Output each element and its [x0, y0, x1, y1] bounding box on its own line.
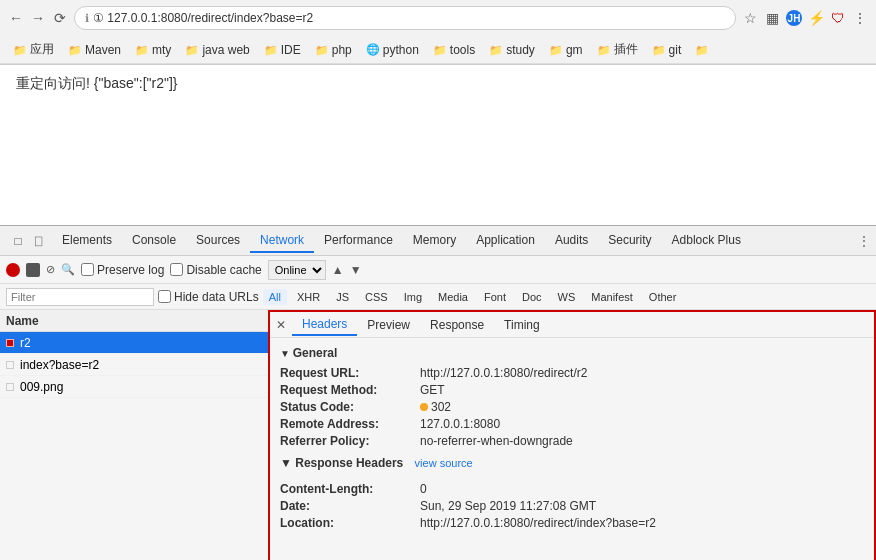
- forward-button[interactable]: →: [30, 10, 46, 26]
- export-har-button[interactable]: ▼: [350, 263, 362, 277]
- bookmark-star[interactable]: ☆: [742, 10, 758, 26]
- tab-adblock-plus[interactable]: Adblock Plus: [662, 229, 751, 253]
- ide-folder-icon: [264, 43, 278, 57]
- filter-other-button[interactable]: Other: [643, 289, 683, 305]
- bookmark-php[interactable]: php: [310, 41, 357, 59]
- extension1-icon[interactable]: ⚡: [808, 10, 824, 26]
- qr-icon[interactable]: ▦: [764, 10, 780, 26]
- filter-img-button[interactable]: Img: [398, 289, 428, 305]
- request-method-row: Request Method: GET: [280, 383, 864, 397]
- bookmark-java-web[interactable]: java web: [180, 41, 254, 59]
- request-url-label: Request URL:: [280, 366, 420, 380]
- date-row: Date: Sun, 29 Sep 2019 11:27:08 GMT: [280, 499, 864, 513]
- url-text: ① 127.0.0.1:8080/redirect/index?base=r2: [93, 11, 313, 25]
- disable-cache-label[interactable]: Disable cache: [170, 263, 261, 277]
- more-folder-icon: [695, 43, 709, 57]
- network-item-png[interactable]: 009.png: [0, 376, 268, 398]
- bookmark-label: tools: [450, 43, 475, 57]
- device-toolbar-icon[interactable]: ⎕: [30, 233, 46, 249]
- back-button[interactable]: ←: [8, 10, 24, 26]
- clear-button[interactable]: [26, 263, 40, 277]
- network-item-r2[interactable]: r2: [0, 332, 268, 354]
- filter-icon[interactable]: ⊘: [46, 263, 55, 276]
- bookmark-label: mty: [152, 43, 171, 57]
- filter-all-button[interactable]: All: [263, 289, 287, 305]
- status-dot: [420, 403, 428, 411]
- referrer-policy-label: Referrer Policy:: [280, 434, 420, 448]
- tab-sources[interactable]: Sources: [186, 229, 250, 253]
- mty-folder-icon: [135, 43, 149, 57]
- bookmark-gm[interactable]: gm: [544, 41, 588, 59]
- filter-js-button[interactable]: JS: [330, 289, 355, 305]
- extension2-icon[interactable]: 🛡: [830, 10, 846, 26]
- preserve-log-checkbox[interactable]: [81, 263, 94, 276]
- status-code-row: Status Code: 302: [280, 400, 864, 414]
- record-button[interactable]: [6, 263, 20, 277]
- page-text: 重定向访问! {"base":["r2"]}: [16, 75, 178, 93]
- status-code-label: Status Code:: [280, 400, 420, 414]
- tab-memory[interactable]: Memory: [403, 229, 466, 253]
- remote-address-label: Remote Address:: [280, 417, 420, 431]
- filter-doc-button[interactable]: Doc: [516, 289, 548, 305]
- tab-performance[interactable]: Performance: [314, 229, 403, 253]
- status-code-value: 302: [420, 400, 451, 414]
- network-item-index[interactable]: index?base=r2: [0, 354, 268, 376]
- bookmark-python[interactable]: 🌐 python: [361, 41, 424, 59]
- bookmark-apps[interactable]: 应用: [8, 39, 59, 60]
- content-length-value: 0: [420, 482, 427, 496]
- network-list-header: Name: [0, 310, 268, 332]
- item-name-r2: r2: [20, 336, 31, 350]
- bookmark-study[interactable]: study: [484, 41, 540, 59]
- throttle-select[interactable]: Online: [268, 260, 326, 280]
- tab-network[interactable]: Network: [250, 229, 314, 253]
- git-folder-icon: [652, 43, 666, 57]
- disable-cache-checkbox[interactable]: [170, 263, 183, 276]
- hide-data-urls-text: Hide data URLs: [174, 290, 259, 304]
- bookmark-git[interactable]: git: [647, 41, 687, 59]
- filter-media-button[interactable]: Media: [432, 289, 474, 305]
- filter-input[interactable]: [6, 288, 154, 306]
- hide-data-urls-label[interactable]: Hide data URLs: [158, 290, 259, 304]
- detail-tab-headers[interactable]: Headers: [292, 314, 357, 336]
- bookmark-tools[interactable]: tools: [428, 41, 480, 59]
- filter-css-button[interactable]: CSS: [359, 289, 394, 305]
- filter-manifest-button[interactable]: Manifest: [585, 289, 639, 305]
- settings-icon[interactable]: ⋮: [852, 10, 868, 26]
- bookmark-label: gm: [566, 43, 583, 57]
- network-list: Name r2 index?base=r2 009.png: [0, 310, 270, 560]
- date-value: Sun, 29 Sep 2019 11:27:08 GMT: [420, 499, 596, 513]
- detail-tab-preview[interactable]: Preview: [357, 315, 420, 335]
- import-har-button[interactable]: ▲: [332, 263, 344, 277]
- inspect-element-icon[interactable]: □: [10, 233, 26, 249]
- user-icon[interactable]: JH: [786, 10, 802, 26]
- bookmark-mty[interactable]: mty: [130, 41, 176, 59]
- bookmark-label: python: [383, 43, 419, 57]
- url-bar[interactable]: ℹ ① 127.0.0.1:8080/redirect/index?base=r…: [74, 6, 736, 30]
- close-detail-button[interactable]: ✕: [276, 318, 286, 332]
- referrer-policy-row: Referrer Policy: no-referrer-when-downgr…: [280, 434, 864, 448]
- tab-elements[interactable]: Elements: [52, 229, 122, 253]
- remote-address-value: 127.0.0.1:8080: [420, 417, 500, 431]
- detail-tab-timing[interactable]: Timing: [494, 315, 550, 335]
- filter-font-button[interactable]: Font: [478, 289, 512, 305]
- preserve-log-label[interactable]: Preserve log: [81, 263, 164, 277]
- tab-security[interactable]: Security: [598, 229, 661, 253]
- detail-content: General Request URL: http://127.0.0.1:80…: [270, 338, 874, 541]
- hide-data-urls-checkbox[interactable]: [158, 290, 171, 303]
- bookmark-ide[interactable]: IDE: [259, 41, 306, 59]
- tab-console[interactable]: Console: [122, 229, 186, 253]
- secure-icon: ℹ: [85, 12, 89, 25]
- search-icon[interactable]: 🔍: [61, 263, 75, 276]
- devtools-settings-icon[interactable]: ⋮: [856, 233, 872, 249]
- tab-application[interactable]: Application: [466, 229, 545, 253]
- reload-button[interactable]: ⟳: [52, 10, 68, 26]
- detail-tab-response[interactable]: Response: [420, 315, 494, 335]
- view-source-link[interactable]: view source: [415, 457, 473, 469]
- filter-xhr-button[interactable]: XHR: [291, 289, 326, 305]
- filter-ws-button[interactable]: WS: [552, 289, 582, 305]
- bookmark-more[interactable]: [690, 41, 714, 59]
- bookmark-maven[interactable]: Maven: [63, 41, 126, 59]
- bookmark-plugins[interactable]: 插件: [592, 39, 643, 60]
- tab-audits[interactable]: Audits: [545, 229, 598, 253]
- devtools-icons: □ ⎕: [4, 233, 52, 249]
